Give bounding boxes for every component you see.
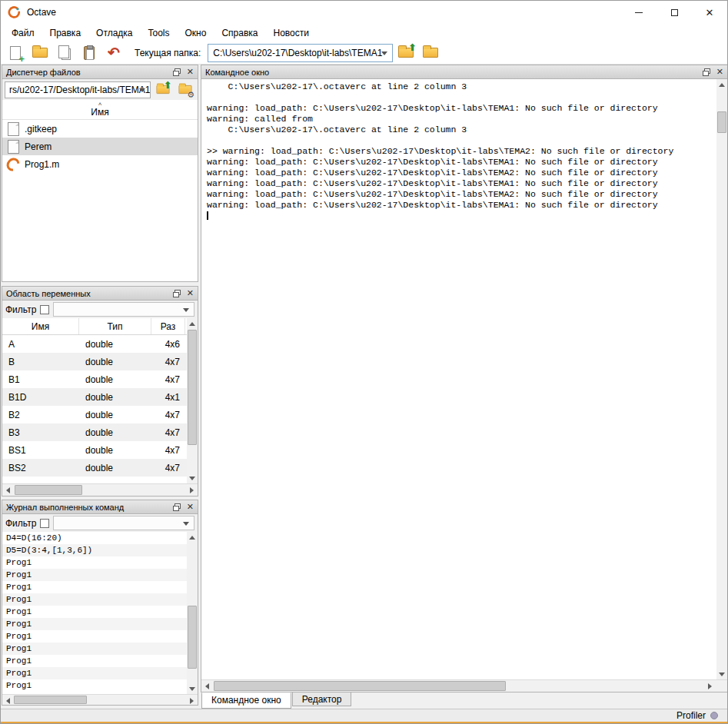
profiler-status-icon[interactable] (710, 712, 718, 719)
maximize-button[interactable] (657, 1, 692, 24)
workspace-titlebar[interactable]: Область переменных ✕ (2, 287, 198, 301)
history-item[interactable]: Prog1 (2, 581, 187, 593)
history-item[interactable]: Prog1 (2, 643, 187, 655)
file-row[interactable]: Perem (2, 138, 198, 155)
file-name: Prog1.m (25, 159, 59, 170)
command-window-titlebar[interactable]: Командное окно ✕ (201, 65, 727, 79)
menu-item[interactable]: Отладка (88, 25, 140, 41)
scroll-right-icon (190, 698, 194, 704)
history-hscrollbar[interactable] (2, 694, 198, 705)
history-item[interactable]: Prog1 (2, 606, 187, 618)
history-item[interactable]: Prog1 (2, 569, 187, 581)
scrollbar-thumb[interactable] (188, 606, 197, 669)
current-folder-label: Текущая папка: (135, 48, 201, 58)
scrollbar-thumb[interactable] (14, 696, 87, 704)
history-item[interactable]: D4=D(16:20) (2, 532, 187, 544)
window-title: Octave (27, 7, 56, 18)
undo-icon: ↶ (108, 45, 120, 60)
variable-size: 4x7 (151, 357, 185, 367)
undock-button[interactable] (173, 290, 181, 297)
paste-button[interactable] (78, 43, 101, 63)
one-directory-up-button[interactable]: ⬆ (153, 81, 173, 99)
history-vscrollbar[interactable] (187, 532, 198, 694)
minimize-button[interactable] (621, 1, 657, 24)
variable-row[interactable]: B2 double 4x7 (2, 406, 187, 423)
command-window-hscrollbar[interactable] (201, 679, 727, 692)
history-item[interactable]: Prog1 (2, 655, 187, 667)
file-browser-path-combobox[interactable]: rs/u202-17/Desktop/it-labs/TEMA1 (5, 81, 151, 98)
command-history-titlebar[interactable]: Журнал выполненных команд ✕ (2, 500, 198, 514)
variable-row[interactable]: B3 double 4x7 (2, 423, 187, 441)
copy-button[interactable] (53, 43, 76, 63)
scrollbar-thumb[interactable] (188, 330, 197, 445)
workspace-hscrollbar[interactable] (2, 483, 198, 496)
column-header-type[interactable]: Тип (79, 318, 151, 334)
profiler-label: Profiler (676, 710, 706, 721)
folder-up-button[interactable]: ⬆ (394, 43, 417, 63)
open-button[interactable] (28, 43, 52, 63)
file-row[interactable]: .gitkeep (2, 120, 198, 138)
history-item[interactable]: Prog1 (2, 667, 187, 679)
undo-button[interactable]: ↶ (102, 43, 125, 63)
close-panel-button[interactable]: ✕ (187, 289, 194, 297)
history-item[interactable]: D5=D(3:4,[1,3,6]) (2, 544, 187, 556)
new-script-button[interactable]: + (4, 43, 27, 63)
undock-button[interactable] (173, 68, 181, 76)
variable-row[interactable]: BS1 double 4x7 (2, 441, 187, 459)
command-window-vscrollbar[interactable] (716, 79, 727, 679)
undock-button[interactable] (703, 68, 710, 76)
current-folder-combobox[interactable]: C:\Users\u202-17\Desktop\it-labs\TEMA1 (208, 44, 393, 62)
file-browser-titlebar[interactable]: Диспетчер файлов ✕ (2, 65, 198, 79)
variable-type: double (79, 463, 151, 473)
variable-row[interactable]: B double 4x7 (2, 353, 187, 370)
browse-directories-button[interactable] (419, 43, 442, 63)
history-item[interactable]: Prog1 (2, 630, 187, 643)
folder-actions-button[interactable]: ⚙ (175, 81, 195, 99)
scrollbar-thumb[interactable] (15, 485, 82, 495)
close-panel-button[interactable]: ✕ (187, 68, 194, 76)
octave-logo-icon (8, 6, 21, 19)
history-item[interactable]: Prog1 (2, 556, 187, 569)
scrollbar-thumb[interactable] (214, 681, 506, 691)
menu-item[interactable]: Справка (214, 25, 265, 41)
close-panel-button[interactable]: ✕ (187, 503, 194, 511)
menubar: Файл Правка Отладка Tools Окно Справка Н… (1, 24, 727, 42)
variable-row[interactable]: B1D double 4x1 (2, 388, 187, 406)
history-item[interactable]: Prog1 (2, 593, 187, 606)
scroll-up-icon (719, 83, 725, 87)
minimize-icon (635, 12, 643, 13)
scrollbar-thumb[interactable] (717, 111, 726, 133)
variable-row[interactable]: BS2 double 4x7 (2, 459, 187, 477)
float-icon (173, 503, 181, 511)
history-item[interactable]: Prog1 (2, 679, 187, 692)
bottom-tab[interactable]: Командное окно (201, 692, 291, 709)
column-header-size[interactable]: Раз (151, 318, 185, 334)
file-row[interactable]: Prog1.m (2, 155, 198, 173)
menu-item[interactable]: Новости (265, 25, 316, 41)
undock-button[interactable] (173, 503, 181, 511)
variable-name: B2 (2, 410, 79, 420)
float-icon (173, 68, 181, 76)
menu-item[interactable]: Правка (42, 25, 89, 41)
filter-checkbox[interactable] (40, 305, 49, 314)
menu-item[interactable]: Окно (178, 25, 214, 41)
variable-row[interactable]: B1 double 4x7 (2, 370, 187, 388)
bottom-tab[interactable]: Редактор (292, 692, 352, 706)
column-header-name[interactable]: Имя (2, 318, 79, 334)
command-window-output[interactable]: C:\Users\u202-17\.octaverc at line 2 col… (201, 79, 716, 679)
history-filter-combobox[interactable] (53, 516, 194, 530)
workspace-table-header[interactable]: Имя Тип Раз (2, 318, 187, 335)
menu-item[interactable]: Файл (4, 25, 42, 41)
scroll-down-icon (189, 687, 195, 691)
filter-checkbox[interactable] (40, 519, 49, 528)
file-list-name-header[interactable]: ˄ Имя (2, 100, 198, 120)
workspace-filter-combobox[interactable] (53, 302, 194, 317)
menu-item[interactable]: Tools (141, 25, 178, 41)
history-item[interactable]: Prog1 (2, 618, 187, 630)
variable-row[interactable]: A double 4x6 (2, 335, 187, 353)
close-button[interactable]: ✕ (692, 1, 727, 24)
workspace-vscrollbar[interactable] (187, 318, 198, 483)
variable-name: B1 (2, 374, 79, 385)
close-panel-button[interactable]: ✕ (716, 68, 723, 76)
float-icon (703, 68, 710, 76)
